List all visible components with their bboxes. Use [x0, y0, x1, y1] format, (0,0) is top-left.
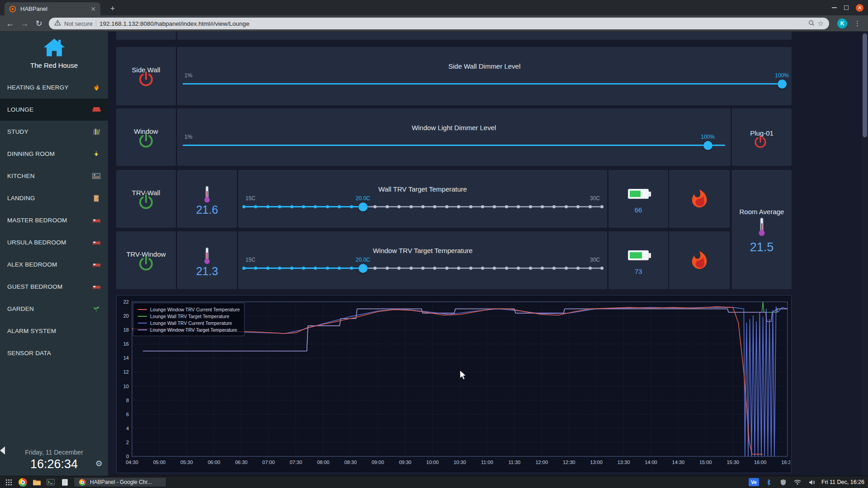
volume-icon[interactable] [807, 477, 817, 487]
slider-tick[interactable] [517, 205, 520, 208]
slider-tick[interactable] [302, 267, 305, 270]
page-scrollbar[interactable] [862, 32, 868, 476]
browser-tab[interactable]: HABPanel ✕ [5, 2, 100, 15]
slider-tick[interactable] [469, 205, 472, 208]
security-label[interactable]: Not secure [64, 20, 93, 27]
slider-tick[interactable] [529, 267, 532, 270]
slider-tick[interactable] [493, 267, 496, 270]
slider-tick[interactable] [278, 267, 281, 270]
taskbar-window-button[interactable]: HABPanel - Google Chr... [74, 477, 166, 487]
app-menu-icon[interactable] [4, 477, 14, 487]
slider-tick[interactable] [541, 267, 544, 270]
slider-tick[interactable] [576, 205, 580, 208]
slider-tick[interactable] [493, 205, 496, 208]
slider-knob[interactable] [778, 80, 787, 89]
zoom-icon[interactable] [808, 20, 815, 28]
profile-avatar[interactable]: K [837, 19, 847, 28]
address-bar[interactable]: Not secure 192.168.1.132:8080/habpanel/i… [49, 18, 829, 29]
slider-tick[interactable] [254, 205, 257, 208]
settings-gear-icon[interactable]: ⚙ [95, 459, 103, 469]
slider-tick[interactable] [362, 267, 365, 270]
window-dimmer-slider[interactable]: 1% 100% [183, 145, 725, 146]
slider-track[interactable] [183, 83, 786, 84]
slider-tick[interactable] [314, 267, 317, 270]
slider-tick[interactable] [469, 267, 472, 270]
trv-window-power-button[interactable] [137, 255, 155, 272]
sidebar-item-alex-bedroom[interactable]: ALEX BEDROOM [0, 253, 108, 276]
slider-tick[interactable] [350, 205, 353, 208]
slider-tick[interactable] [541, 205, 544, 208]
slider-tick[interactable] [410, 205, 413, 208]
slider-tick[interactable] [397, 205, 401, 208]
tab-close-icon[interactable]: ✕ [90, 6, 96, 12]
tray-ve-badge[interactable]: Ve [749, 478, 759, 486]
slider-tick[interactable] [362, 205, 365, 208]
slider-tick[interactable] [314, 205, 317, 208]
slider-tick[interactable] [552, 267, 556, 270]
sidebar-item-lounge[interactable]: LOUNGE [0, 99, 108, 121]
slider-tick[interactable] [338, 205, 341, 208]
sidebar-item-master-bedroom[interactable]: MASTER BEDROOM [0, 209, 108, 231]
sidebar-item-sensor-data[interactable]: SENSOR DATA [0, 342, 108, 364]
slider-tick[interactable] [242, 205, 245, 208]
window-power-button[interactable] [137, 132, 155, 149]
slider-tick[interactable] [445, 205, 448, 208]
text-editor-icon[interactable] [60, 477, 70, 487]
slider-tick[interactable] [529, 205, 532, 208]
slider-tick[interactable] [266, 267, 269, 270]
sidebar-item-study[interactable]: STUDY [0, 121, 108, 143]
slider-tick[interactable] [350, 267, 353, 270]
slider-tick[interactable] [254, 267, 257, 270]
slider-knob[interactable] [703, 141, 712, 150]
slider-tick[interactable] [457, 205, 460, 208]
url-text[interactable]: 192.168.1.132:8080/habpanel/index.html#/… [99, 20, 805, 27]
bookmark-star-icon[interactable]: ☆ [818, 19, 824, 28]
slider-tick[interactable] [410, 267, 413, 270]
slider-track[interactable] [183, 145, 725, 146]
slider-tick[interactable] [600, 205, 604, 208]
slider-tick[interactable] [481, 205, 484, 208]
slider-tick[interactable] [565, 267, 568, 270]
sidebar-item-kitchen[interactable]: KITCHEN [0, 165, 108, 187]
forward-button[interactable]: → [18, 18, 31, 29]
slider-tick[interactable] [505, 267, 508, 270]
terminal-icon[interactable] [46, 477, 56, 487]
slider-tick[interactable] [326, 267, 329, 270]
trv-wall-power-button[interactable] [137, 193, 155, 211]
panel-hide-arrow[interactable] [0, 446, 5, 455]
window-close-button[interactable]: ✕ [856, 4, 863, 12]
slider-tick[interactable] [421, 205, 425, 208]
back-button[interactable]: ← [4, 18, 16, 29]
slider-tick[interactable] [433, 205, 436, 208]
slider-tick[interactable] [517, 267, 520, 270]
trv-window-slider[interactable]: 15C 20.0C 30C [244, 267, 602, 269]
slider-tick[interactable] [278, 205, 281, 208]
scrollbar-thumb[interactable] [863, 33, 867, 137]
slider-tick[interactable] [326, 205, 329, 208]
slider-tick[interactable] [552, 205, 556, 208]
sidebar-item-ursula-bedroom[interactable]: URSULA BEDROOM [0, 231, 108, 253]
window-maximize-button[interactable] [844, 5, 849, 10]
slider-tick[interactable] [576, 267, 580, 270]
bluetooth-icon[interactable] [764, 477, 774, 487]
reload-button[interactable]: ↻ [33, 18, 45, 29]
sidebar-item-guest-bedroom[interactable]: GUEST BEDROOM [0, 276, 108, 298]
slider-tick[interactable] [386, 205, 389, 208]
slider-tick[interactable] [481, 267, 484, 270]
slider-tick[interactable] [242, 267, 245, 270]
slider-tick[interactable] [457, 267, 460, 270]
window-minimize-button[interactable] [832, 7, 837, 8]
slider-tick[interactable] [290, 205, 293, 208]
plug-01-power-button[interactable] [753, 135, 770, 152]
side-wall-dimmer-slider[interactable]: 1% 100% [183, 83, 786, 85]
side-wall-power-button[interactable] [137, 70, 155, 88]
sidebar-item-dinning-room[interactable]: DINNING ROOM [0, 143, 108, 165]
slider-tick[interactable] [302, 205, 305, 208]
slider-tick[interactable] [589, 205, 592, 208]
new-tab-button[interactable]: + [107, 4, 118, 14]
file-manager-icon[interactable] [32, 477, 42, 487]
shield-icon[interactable] [778, 477, 788, 487]
trv-wall-slider[interactable]: 15C 20.0C 30C [244, 206, 602, 208]
sidebar-item-garden[interactable]: GARDEN [0, 298, 108, 320]
slider-tick[interactable] [600, 267, 604, 270]
